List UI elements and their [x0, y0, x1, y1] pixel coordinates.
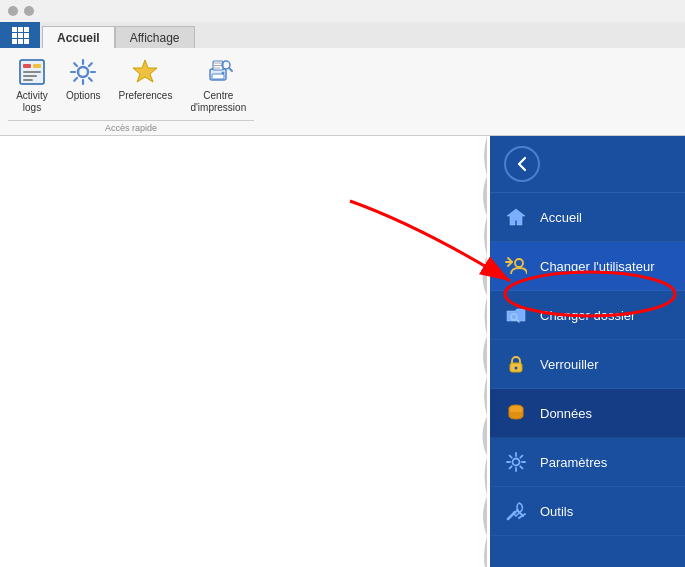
ribbon-content: Activitylogs Options	[0, 48, 685, 135]
ribbon-tab-grid[interactable]	[0, 22, 40, 48]
svg-point-17	[515, 259, 523, 267]
sidebar: Accueil Changer l'utilisateur	[490, 136, 685, 567]
ribbon-item-options[interactable]: Options	[58, 52, 108, 118]
title-bar	[0, 0, 685, 22]
svg-rect-1	[23, 64, 31, 68]
options-icon	[67, 56, 99, 88]
svg-marker-7	[133, 60, 157, 82]
sidebar-item-parametres[interactable]: Paramètres	[490, 438, 685, 487]
svg-rect-4	[23, 75, 37, 77]
sidebar-item-changer-utilisateur[interactable]: Changer l'utilisateur	[490, 242, 685, 291]
titlebar-dot-1	[8, 6, 18, 16]
activity-logs-label: Activitylogs	[16, 90, 48, 114]
home-icon	[504, 205, 528, 229]
svg-line-16	[229, 68, 232, 71]
titlebar-dot-2	[24, 6, 34, 16]
ribbon-group-items: Activitylogs Options	[8, 52, 254, 118]
ribbon: Accueil Affichage	[0, 22, 685, 136]
ribbon-group-acces-rapide: Activitylogs Options	[8, 52, 254, 133]
sidebar-item-changer-dossier-label: Changer dossier	[540, 308, 635, 323]
svg-point-22	[515, 367, 518, 370]
svg-point-11	[222, 72, 225, 75]
sidebar-item-outils-label: Outils	[540, 504, 573, 519]
back-button[interactable]	[504, 146, 540, 182]
grid-icon	[12, 27, 29, 44]
sidebar-item-donnees[interactable]: Données	[490, 389, 685, 438]
preferences-icon	[129, 56, 161, 88]
sidebar-item-changer-utilisateur-label: Changer l'utilisateur	[540, 259, 655, 274]
sidebar-item-accueil-label: Accueil	[540, 210, 582, 225]
sidebar-item-verrouiller[interactable]: Verrouiller	[490, 340, 685, 389]
ribbon-item-preferences[interactable]: Preferences	[110, 52, 180, 118]
torn-edge-decoration	[473, 136, 487, 567]
ribbon-group-label: Accès rapide	[8, 120, 254, 133]
sidebar-item-verrouiller-label: Verrouiller	[540, 357, 599, 372]
options-label: Options	[66, 90, 100, 102]
sidebar-item-accueil[interactable]: Accueil	[490, 193, 685, 242]
svg-rect-5	[23, 79, 33, 81]
tools-icon	[504, 499, 528, 523]
sidebar-back-area	[490, 136, 685, 193]
activity-logs-icon	[16, 56, 48, 88]
folder-icon	[504, 303, 528, 327]
centre-impression-icon	[202, 56, 234, 88]
svg-rect-10	[212, 74, 224, 79]
svg-rect-2	[33, 64, 41, 68]
preferences-label: Preferences	[118, 90, 172, 102]
sidebar-item-changer-dossier[interactable]: Changer dossier	[490, 291, 685, 340]
sidebar-item-parametres-label: Paramètres	[540, 455, 607, 470]
svg-point-24	[513, 459, 520, 466]
lock-icon	[504, 352, 528, 376]
ribbon-tabs: Accueil Affichage	[0, 22, 685, 48]
settings-icon	[504, 450, 528, 474]
svg-point-6	[78, 67, 88, 77]
sidebar-item-outils[interactable]: Outils	[490, 487, 685, 536]
ribbon-item-activity-logs[interactable]: Activitylogs	[8, 52, 56, 118]
ribbon-item-centre-impression[interactable]: Centred'impression	[182, 52, 254, 118]
sidebar-item-donnees-label: Données	[540, 406, 592, 421]
app-window: Accueil Affichage	[0, 0, 685, 567]
main-area: Accueil Changer l'utilisateur	[0, 136, 685, 567]
user-icon	[504, 254, 528, 278]
tab-accueil[interactable]: Accueil	[42, 26, 115, 48]
centre-impression-label: Centred'impression	[190, 90, 246, 114]
svg-rect-3	[23, 71, 41, 73]
tab-affichage[interactable]: Affichage	[115, 26, 195, 48]
database-icon	[504, 401, 528, 425]
